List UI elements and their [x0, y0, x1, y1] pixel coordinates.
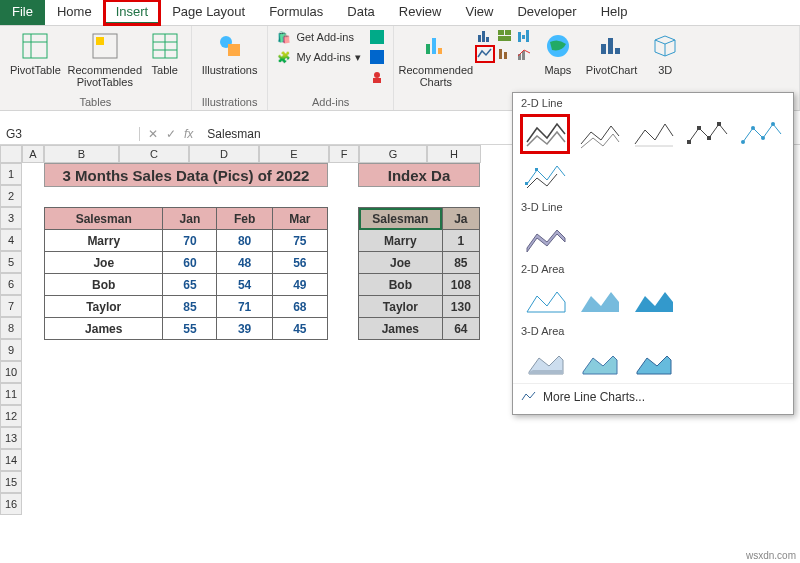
tab-review[interactable]: Review — [387, 0, 454, 25]
row-9[interactable]: 9 — [0, 339, 22, 361]
table-row: Marry708075 — [45, 230, 328, 252]
illustrations-label: Illustrations — [202, 64, 258, 76]
rec-pivottables-button[interactable]: Recommended PivotTables — [69, 28, 141, 90]
line-chart-option-2[interactable] — [575, 115, 623, 153]
ribbon-group-illustrations: Illustrations Illustrations — [192, 26, 269, 110]
row-11[interactable]: 11 — [0, 383, 22, 405]
tab-home[interactable]: Home — [45, 0, 104, 25]
my-addins-button[interactable]: 🧩My Add-ins▾ — [274, 48, 362, 66]
tab-data[interactable]: Data — [335, 0, 386, 25]
line-marker-option-3[interactable] — [521, 157, 569, 195]
svg-rect-4 — [96, 37, 104, 45]
3d-area-option-3[interactable] — [629, 343, 677, 381]
row-13[interactable]: 13 — [0, 427, 22, 449]
line-chart-dropdown: 2-D Line 3-D Line 2-D Area 3-D Area More… — [512, 92, 794, 415]
3d-area-option-1[interactable] — [521, 343, 569, 381]
bing-maps-button[interactable] — [367, 28, 387, 46]
pivotchart-button[interactable]: PivotChart — [582, 28, 641, 78]
fx-icon[interactable]: fx — [184, 127, 193, 141]
col-B[interactable]: B — [44, 145, 119, 163]
illustrations-button[interactable]: Illustrations — [198, 28, 262, 78]
3d-line-option[interactable] — [521, 219, 569, 257]
row-14[interactable]: 14 — [0, 449, 22, 471]
table-row: James64 — [359, 318, 480, 340]
tab-insert[interactable]: Insert — [104, 0, 161, 25]
svg-rect-30 — [522, 51, 525, 60]
row-8[interactable]: 8 — [0, 317, 22, 339]
col-A[interactable]: A — [22, 145, 44, 163]
row-10[interactable]: 10 — [0, 361, 22, 383]
table-row: Bob655449 — [45, 274, 328, 296]
row-4[interactable]: 4 — [0, 229, 22, 251]
row-16[interactable]: 16 — [0, 493, 22, 515]
svg-rect-37 — [707, 136, 711, 140]
tab-formulas[interactable]: Formulas — [257, 0, 335, 25]
cancel-icon[interactable]: ✕ — [148, 127, 158, 141]
pivottable-button[interactable]: PivotTable — [6, 28, 65, 78]
enter-icon[interactable]: ✓ — [166, 127, 176, 141]
row-1[interactable]: 1 — [0, 163, 22, 185]
3d-area-option-2[interactable] — [575, 343, 623, 381]
name-box[interactable]: G3 — [0, 127, 140, 141]
title-2: Index Da — [358, 163, 480, 187]
get-addins-button[interactable]: 🛍️Get Add-ins — [274, 28, 362, 46]
maps-button[interactable]: Maps — [538, 28, 578, 78]
waterfall-chart-button[interactable] — [516, 28, 534, 44]
svg-rect-22 — [505, 30, 511, 35]
rec-charts-button[interactable]: Recommended Charts — [400, 28, 472, 90]
people-graph-button[interactable] — [367, 68, 387, 86]
column-chart-button[interactable] — [476, 28, 494, 44]
svg-rect-36 — [697, 126, 701, 130]
svg-rect-27 — [499, 49, 502, 59]
col-D[interactable]: D — [189, 145, 259, 163]
row-5[interactable]: 5 — [0, 251, 22, 273]
tab-file[interactable]: File — [0, 0, 45, 25]
more-line-charts[interactable]: More Line Charts... — [513, 383, 793, 410]
section-2d-line: 2-D Line — [513, 93, 793, 113]
svg-rect-28 — [504, 52, 507, 59]
row-7[interactable]: 7 — [0, 295, 22, 317]
svg-rect-32 — [601, 44, 606, 54]
row-15[interactable]: 15 — [0, 471, 22, 493]
hierarchy-chart-button[interactable] — [496, 28, 514, 44]
col-H[interactable]: H — [427, 145, 481, 163]
svg-rect-12 — [370, 50, 384, 64]
col-G[interactable]: G — [359, 145, 427, 163]
tab-row: File Home Insert Page Layout Formulas Da… — [0, 0, 800, 26]
line-chart-option-1[interactable] — [521, 115, 569, 153]
row-2[interactable]: 2 — [0, 185, 22, 207]
area-option-2[interactable] — [575, 281, 623, 319]
col-F[interactable]: F — [329, 145, 359, 163]
rec-pivottables-label: Recommended PivotTables — [67, 64, 142, 88]
row-6[interactable]: 6 — [0, 273, 22, 295]
tab-developer[interactable]: Developer — [505, 0, 588, 25]
3d-map-button[interactable]: 3D — [645, 28, 685, 78]
table-header: Jan — [163, 208, 217, 230]
title-1: 3 Months Sales Data (Pics) of 2022 — [44, 163, 328, 187]
chevron-down-icon: ▾ — [355, 51, 361, 64]
row-12[interactable]: 12 — [0, 405, 22, 427]
row-3[interactable]: 3 — [0, 207, 22, 229]
line-marker-option-1[interactable] — [683, 115, 731, 153]
area-option-1[interactable] — [521, 281, 569, 319]
col-E[interactable]: E — [259, 145, 329, 163]
combo-chart-button[interactable] — [516, 46, 534, 62]
tab-help[interactable]: Help — [589, 0, 640, 25]
line-chart-button[interactable] — [476, 46, 494, 62]
sales-table: SalesmanJanFebMarMarry708075Joe604856Bob… — [44, 207, 328, 340]
select-all-button[interactable] — [0, 145, 22, 163]
tab-view[interactable]: View — [453, 0, 505, 25]
ribbon-group-tables: PivotTable Recommended PivotTables Table… — [0, 26, 192, 110]
col-C[interactable]: C — [119, 145, 189, 163]
line-marker-option-2[interactable] — [737, 115, 785, 153]
statistic-chart-button[interactable] — [496, 46, 514, 62]
section-2d-area: 2-D Area — [513, 259, 793, 279]
tab-page-layout[interactable]: Page Layout — [160, 0, 257, 25]
table-header: Salesman — [359, 208, 443, 230]
area-option-3[interactable] — [629, 281, 677, 319]
visio-button[interactable] — [367, 48, 387, 66]
table-row: James553945 — [45, 318, 328, 340]
line-chart-option-3[interactable] — [629, 115, 677, 153]
svg-rect-15 — [426, 44, 430, 54]
table-button[interactable]: Table — [145, 28, 185, 78]
